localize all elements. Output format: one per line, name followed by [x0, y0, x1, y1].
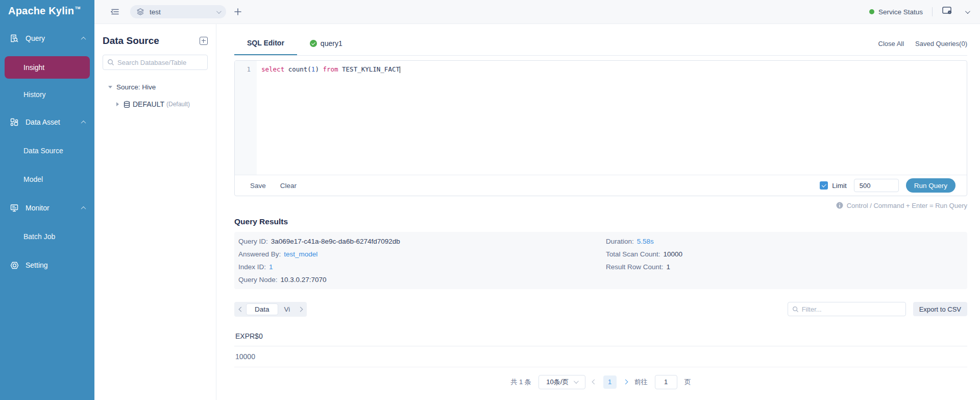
status-dot-icon	[869, 9, 874, 14]
menu-fold-icon[interactable]	[110, 6, 121, 17]
admin-console-icon[interactable]	[942, 6, 955, 18]
datasource-panel-header: Data Source	[94, 24, 216, 46]
sidebar-item-label: Insight	[23, 63, 44, 72]
datasource-search[interactable]	[103, 55, 208, 70]
saved-queries-button[interactable]: Saved Queries(0)	[915, 40, 967, 48]
sql-text: TEST_KYLIN_FACT	[338, 65, 400, 73]
sidebar-item-insight[interactable]: Insight	[5, 56, 90, 79]
tab-label: query1	[321, 39, 342, 48]
line-number: 1	[247, 65, 251, 73]
query-id-label: Query ID:	[238, 238, 268, 245]
tree-node-default-db[interactable]: DEFAULT (Default)	[94, 96, 216, 113]
limit-label: Limit	[832, 182, 847, 190]
sql-editor-body[interactable]: 1 select count(1) from TEST_KYLIN_FACT	[235, 61, 967, 175]
answered-by-row: Answered By:test_model	[238, 248, 606, 261]
app-logo-tm: TM	[75, 6, 81, 10]
query-node-row: Query Node:10.3.0.27:7070	[238, 273, 606, 286]
tab-label: SQL Editor	[247, 39, 284, 47]
sidebar-item-query[interactable]: Query	[0, 24, 94, 53]
topbar-right: Service Status	[869, 6, 969, 18]
prev-page-icon[interactable]	[593, 380, 596, 384]
goto-page-input[interactable]	[655, 375, 677, 389]
tab-visualization[interactable]: Vi	[279, 304, 296, 315]
sidebar-item-label: Data Asset	[26, 118, 60, 126]
chevron-up-icon	[81, 36, 86, 41]
sidebar-item-data-asset[interactable]: Data Asset	[0, 108, 94, 136]
caret-right-icon[interactable]	[116, 102, 119, 106]
sidebar-item-monitor[interactable]: Monitor	[0, 194, 94, 222]
close-all-button[interactable]: Close All	[878, 40, 904, 48]
pagination-total: 共 1 条	[510, 378, 531, 387]
save-button[interactable]: Save	[250, 182, 266, 190]
sidebar-nav: Query Insight History Data Asset Data So…	[0, 24, 94, 279]
next-page-icon[interactable]	[624, 380, 627, 384]
sidebar-item-history[interactable]: History	[0, 81, 94, 108]
sidebar-item-label: Query	[26, 34, 45, 42]
limit-input[interactable]	[854, 179, 899, 192]
page-size-value: 10条/页	[546, 378, 569, 387]
limit-checkbox[interactable]	[820, 181, 828, 190]
layers-icon	[136, 8, 144, 16]
table-column-header: EXPR$0	[234, 326, 967, 346]
scroll-left-icon[interactable]	[237, 308, 245, 311]
index-id-row: Index ID:1	[238, 261, 606, 273]
query-node-label: Query Node:	[238, 276, 278, 284]
project-select[interactable]: test	[130, 5, 226, 18]
query-id-value: 3a069e17-c41a-8e9c-da6b-6274fd7092db	[271, 238, 400, 245]
export-csv-button[interactable]: Export to CSV	[913, 302, 967, 316]
search-input[interactable]	[117, 59, 203, 66]
sidebar-item-label: Monitor	[26, 204, 50, 212]
page-size-select[interactable]: 10条/页	[538, 375, 585, 389]
current-page-button[interactable]: 1	[603, 375, 617, 389]
sidebar-item-batch-job[interactable]: Batch Job	[0, 222, 94, 251]
content-row: Data Source Source: Hive	[94, 24, 980, 400]
clear-button[interactable]: Clear	[280, 182, 297, 190]
sidebar-item-setting[interactable]: Setting	[0, 251, 94, 279]
query-info-right: Duration:5.58s Total Scan Count:10000 Re…	[606, 235, 682, 286]
page-unit-label: 页	[684, 378, 691, 387]
row-count-row: Result Row Count:1	[606, 261, 682, 273]
work-area: SQL Editor query1 Close All Saved Querie…	[216, 24, 980, 400]
caret-down-icon[interactable]	[108, 86, 112, 88]
info-icon	[836, 202, 843, 209]
chevron-down-icon[interactable]	[965, 9, 970, 14]
sql-text: count(	[284, 65, 311, 73]
query-results-title: Query Results	[234, 217, 967, 226]
sidebar-item-model[interactable]: Model	[0, 165, 94, 194]
topbar: test Service Status	[94, 0, 980, 24]
filter-box[interactable]	[788, 302, 906, 316]
divider	[932, 7, 933, 16]
tab-query1[interactable]: query1	[297, 32, 355, 55]
sql-code[interactable]: select count(1) from TEST_KYLIN_FACT	[257, 61, 967, 175]
sidebar-item-label: Model	[23, 175, 43, 183]
filter-input[interactable]	[802, 305, 901, 313]
goto-label: 前往	[634, 378, 648, 387]
index-id-link[interactable]: 1	[269, 263, 273, 271]
answered-by-link[interactable]: test_model	[284, 250, 317, 258]
data-asset-icon	[9, 117, 19, 127]
tree-node-source-hive[interactable]: Source: Hive	[94, 78, 216, 96]
run-query-button[interactable]: Run Query	[906, 178, 955, 193]
tab-data[interactable]: Data	[246, 303, 278, 315]
result-table: EXPR$0 10000	[234, 326, 967, 367]
chevron-down-icon	[216, 9, 222, 14]
duration-row: Duration:5.58s	[606, 235, 682, 248]
add-tab-button[interactable]	[233, 7, 242, 16]
sidebar-item-data-source[interactable]: Data Source	[0, 136, 94, 165]
datasource-tree: Source: Hive DEFAULT (Default)	[94, 78, 216, 113]
add-datasource-icon[interactable]	[200, 37, 208, 45]
shortcut-hint: Control / Command + Enter = Run Query	[234, 200, 967, 211]
scroll-right-icon[interactable]	[296, 308, 304, 311]
sidebar-item-label: Setting	[26, 261, 48, 269]
service-status-label[interactable]: Service Status	[878, 8, 923, 16]
tree-node-label: DEFAULT	[133, 100, 164, 108]
database-icon	[123, 101, 131, 108]
run-controls: Limit Run Query	[820, 178, 955, 193]
tab-sql-editor[interactable]: SQL Editor	[234, 32, 297, 55]
duration-link[interactable]: 5.58s	[637, 238, 654, 245]
chevron-up-icon	[81, 206, 86, 211]
table-row: 10000	[234, 346, 967, 367]
scan-count-row: Total Scan Count:10000	[606, 248, 682, 261]
editor-toolbar: Save Clear Limit Run Query	[235, 175, 967, 196]
query-info-left: Query ID:3a069e17-c41a-8e9c-da6b-6274fd7…	[238, 235, 606, 286]
